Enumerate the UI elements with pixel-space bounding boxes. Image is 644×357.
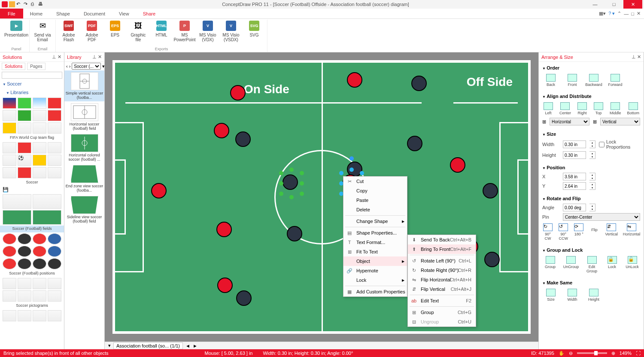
sect-align[interactable]: Align and Distribute — [542, 92, 640, 101]
ctx-hypernote[interactable]: 🔗Hypernote — [343, 266, 407, 275]
sect-rotate[interactable]: Rotate and Flip — [542, 194, 640, 203]
lib-fields-grid[interactable] — [0, 193, 64, 226]
zoom-out-icon[interactable]: ⊖ — [569, 351, 573, 356]
shape-horizontal-colored[interactable]: Horizontal colored soccer (football) ... — [64, 132, 104, 163]
ctx-text-format[interactable]: TText Format... — [343, 238, 407, 247]
ctx-cut[interactable]: ✂Cut — [343, 177, 407, 186]
ctx-copy[interactable]: Copy — [343, 186, 407, 195]
ctx-shape-props[interactable]: ▤Shape Properties... — [343, 228, 407, 238]
section-soccer[interactable]: Soccer — [0, 79, 64, 88]
y-spinner[interactable]: ▴▾ — [589, 182, 595, 190]
tab-pages[interactable]: Pages — [27, 63, 45, 70]
presentation-button[interactable]: ▶ Presentation — [6, 20, 27, 37]
sect-order[interactable]: Order — [542, 64, 640, 72]
order-front[interactable]: Front — [565, 74, 580, 87]
align-middle[interactable]: Middle — [610, 102, 621, 115]
rotate-90ccw[interactable]: ↺90° CCW — [559, 223, 568, 241]
sect-grouplock[interactable]: Group and Lock — [542, 246, 640, 254]
unlock-btn[interactable]: 🔓UnLock — [625, 256, 639, 273]
ctx-rotate-left[interactable]: ↺Rotate Left (90°)Ctrl+L — [408, 256, 476, 265]
y-input[interactable] — [563, 182, 586, 190]
flip-horizontal[interactable]: ⇋Horizontal — [624, 223, 639, 241]
ctx-rotate-right[interactable]: ↻Rotate Right (90°)Ctrl+R — [408, 265, 476, 275]
group-btn[interactable]: Group — [543, 256, 557, 273]
hand-icon[interactable]: ✋ — [559, 351, 565, 356]
player-red[interactable] — [151, 183, 167, 198]
align-bottom[interactable]: Bottom — [627, 102, 639, 115]
lib-positions-label[interactable]: Soccer (Football) positions — [0, 270, 64, 277]
lib-back-icon[interactable]: ‹ — [66, 64, 68, 69]
player-blue[interactable] — [411, 76, 427, 91]
document-tab[interactable]: Association football (so... (1/1) — [113, 342, 183, 349]
ctx-change-shape[interactable]: Change Shape▶ — [343, 217, 407, 226]
zoom-slider[interactable] — [577, 352, 607, 354]
lib-picto-label[interactable]: Soccer pictograms — [0, 302, 64, 309]
dist-h-icon[interactable]: ⊞ — [542, 119, 546, 125]
child-restore-icon[interactable]: — — [624, 11, 629, 16]
player-blue[interactable] — [407, 136, 422, 151]
flash-button[interactable]: SWFAdobe Flash — [58, 20, 79, 42]
lib-picto-grid[interactable] — [0, 277, 64, 302]
player-red[interactable] — [450, 157, 465, 173]
eps-button[interactable]: EPSEPS — [105, 20, 125, 42]
menu-view[interactable]: View — [112, 9, 136, 18]
lock-btn[interactable]: 🔒Lock — [605, 256, 619, 273]
height-input[interactable] — [563, 151, 586, 159]
ctx-delete[interactable]: Delete — [343, 205, 407, 214]
ctx-lock[interactable]: Lock▶ — [343, 275, 407, 285]
pin-icon[interactable]: ⊥ ✕ — [52, 54, 61, 60]
ctx-send-back[interactable]: ⬇Send To BackCtrl+Alt+B — [408, 235, 476, 244]
menu-share[interactable]: Share — [136, 9, 162, 18]
player-red[interactable] — [214, 123, 229, 138]
child-min-icon[interactable]: ⌃ — [617, 11, 621, 16]
player-blue[interactable] — [483, 183, 498, 198]
graphic-button[interactable]: 🖼Graphic file — [128, 20, 149, 42]
lock-proportions-check[interactable] — [599, 142, 605, 147]
flip-vertical[interactable]: ⇵Vertical — [605, 223, 618, 241]
ctx-group[interactable]: ⊞GroupCtrl+G — [408, 308, 476, 317]
player-blue[interactable] — [484, 252, 500, 267]
pin-select[interactable]: Center-Center — [563, 213, 640, 221]
player-blue[interactable] — [235, 131, 251, 147]
height-spinner[interactable]: ▴▾ — [589, 151, 595, 159]
align-center[interactable]: Center — [559, 102, 571, 115]
vsdx-button[interactable]: VMS Visio (VSDX) — [221, 20, 241, 42]
width-spinner[interactable]: ▴▾ — [589, 140, 595, 148]
qat-new-icon[interactable] — [9, 1, 15, 7]
lib-soccer-label[interactable]: Soccer — [0, 179, 64, 186]
angle-spinner[interactable]: ▴▾ — [589, 204, 595, 211]
player-blue[interactable] — [287, 226, 302, 241]
qat-print-icon[interactable]: 🖶 — [38, 1, 44, 7]
ctx-edit-text[interactable]: abEdit TextF2 — [408, 296, 476, 305]
child-close-icon[interactable]: ✕ — [637, 11, 641, 16]
x-input[interactable] — [563, 173, 586, 180]
ctx-object[interactable]: Object▶ — [343, 256, 407, 266]
player-red[interactable] — [230, 85, 246, 101]
qat-save-icon[interactable]: ⎙ — [31, 1, 37, 7]
sect-size[interactable]: Size — [542, 130, 640, 138]
order-backward[interactable]: Backward — [586, 74, 601, 87]
fit-icon[interactable]: ⛶ — [636, 351, 641, 356]
lib-flags-label[interactable]: FIFA World Cup team flag — [0, 134, 64, 141]
solutions-icon[interactable]: ▦▾ — [599, 11, 606, 16]
zoom-in-icon[interactable]: ⊕ — [611, 351, 615, 356]
makesame-width[interactable]: Width — [565, 289, 580, 302]
lib-flags-grid[interactable] — [0, 97, 64, 134]
shape-horizontal[interactable]: Horizontal soccer (football) field — [64, 101, 104, 132]
player-red[interactable] — [347, 72, 362, 88]
ctx-flip-v[interactable]: ⇵Flip VerticalCtrl+Alt+J — [408, 284, 476, 294]
order-forward[interactable]: Forward — [608, 74, 623, 87]
shape-simple-vertical[interactable]: Simple vertical soccer (footba... — [64, 70, 104, 101]
menu-document[interactable]: Document — [77, 9, 112, 18]
pdf-button[interactable]: PDFAdobe PDF — [82, 20, 102, 42]
arrange-pin-icon[interactable]: ⊥ ✕ — [632, 54, 641, 60]
rotate-180[interactable]: ⟳180 ° — [574, 223, 583, 241]
tab-menu-icon[interactable]: ▾ — [108, 343, 111, 348]
lib-extra-grid[interactable] — [0, 309, 64, 322]
svg-button[interactable]: SVGSVG — [244, 20, 264, 42]
align-top[interactable]: Top — [593, 102, 604, 115]
lib-fwd-icon[interactable]: › — [69, 64, 71, 69]
makesame-height[interactable]: Height — [586, 289, 601, 302]
ctx-bring-front[interactable]: ⬆Bring To FrontCtrl+Alt+F — [408, 244, 476, 254]
help-icon[interactable]: ? ▾ — [608, 11, 615, 16]
